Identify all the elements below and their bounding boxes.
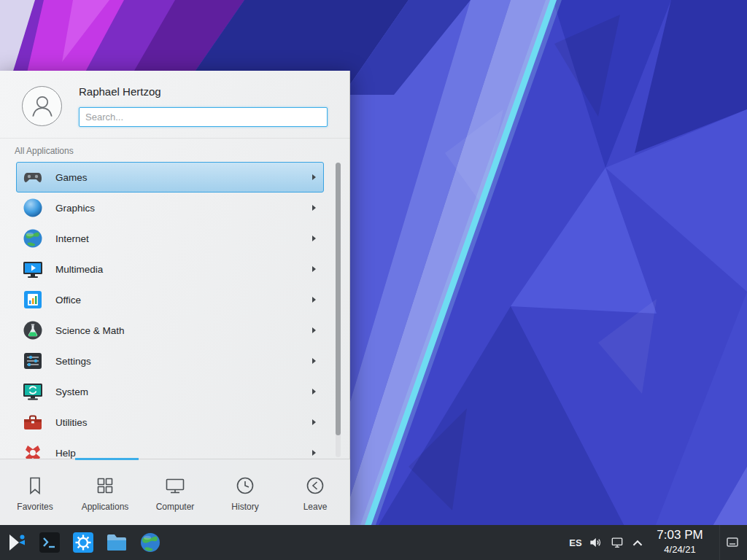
file-manager-button[interactable] (105, 531, 128, 554)
leave-tab-icon (304, 475, 326, 497)
category-row-help[interactable]: Help (16, 438, 324, 459)
tab-history[interactable]: History (210, 459, 280, 525)
category-row-utilities[interactable]: Utilities (16, 407, 324, 438)
favorites-tab-icon (24, 475, 46, 497)
category-row-science-math[interactable]: Science & Math (16, 315, 324, 346)
computer-tab-icon (164, 475, 186, 497)
show-desktop-button[interactable] (719, 525, 744, 560)
category-row-graphics[interactable]: Graphics (16, 192, 324, 223)
settings-icon (21, 349, 44, 373)
games-icon (21, 166, 44, 189)
taskbar-panel: ES 7:03 PM 4/24/21 (0, 525, 747, 560)
terminal-button[interactable] (38, 531, 61, 554)
multimedia-icon (21, 257, 44, 281)
system-settings-button[interactable] (71, 531, 95, 554)
category-row-multimedia[interactable]: Multimedia (16, 254, 324, 284)
submenu-arrow-icon (312, 266, 316, 272)
category-row-office[interactable]: Office (16, 284, 324, 315)
system-icon (21, 380, 44, 403)
keyboard-layout-indicator[interactable]: ES (566, 525, 585, 560)
network-icon (610, 535, 624, 550)
tray-expander-button[interactable] (630, 536, 643, 549)
applications-tab-icon (94, 475, 116, 497)
category-scrollbar-thumb[interactable] (336, 163, 341, 435)
help-icon (21, 441, 44, 459)
submenu-arrow-icon (312, 297, 316, 303)
internet-icon (21, 227, 44, 250)
user-avatar[interactable] (22, 86, 62, 126)
science-icon (21, 319, 44, 342)
file-manager-icon (105, 531, 128, 554)
show-desktop-icon (725, 535, 740, 550)
category-row-system[interactable]: System (16, 376, 324, 407)
user-name: Raphael Hertzog (79, 85, 161, 98)
tab-leave[interactable]: Leave (280, 459, 350, 525)
volume-tray-button[interactable] (588, 535, 603, 550)
history-tab-icon (234, 475, 256, 497)
submenu-arrow-icon (312, 419, 316, 425)
chevron-up-icon (630, 536, 645, 551)
app-launcher-icon (4, 531, 28, 554)
launcher-tab-bar: Favorites Applications Computer History (0, 459, 350, 525)
submenu-arrow-icon (312, 174, 316, 180)
tab-computer[interactable]: Computer (140, 459, 210, 525)
category-row-games[interactable]: Games (16, 162, 324, 192)
desktop: Raphael Hertzog All Applications Games G… (0, 0, 747, 560)
terminal-icon (38, 531, 61, 554)
network-tray-button[interactable] (610, 535, 624, 550)
digital-clock[interactable]: 7:03 PM 4/24/21 (648, 527, 712, 556)
tab-favorites[interactable]: Favorites (0, 459, 70, 525)
submenu-arrow-icon (312, 358, 316, 364)
category-row-settings[interactable]: Settings (16, 346, 324, 376)
graphics-icon (21, 196, 44, 219)
clock-time: 7:03 PM (648, 527, 712, 543)
web-browser-icon (139, 531, 162, 554)
submenu-arrow-icon (312, 389, 316, 394)
system-settings-icon (71, 531, 95, 554)
user-icon (26, 90, 59, 123)
volume-icon (588, 535, 603, 550)
category-scrollbar-track[interactable] (336, 163, 341, 457)
active-tab-indicator (75, 458, 139, 460)
submenu-arrow-icon (312, 236, 316, 241)
submenu-arrow-icon (312, 327, 316, 333)
launcher-header: Raphael Hertzog (0, 71, 350, 139)
submenu-arrow-icon (312, 450, 316, 456)
web-browser-button[interactable] (139, 531, 162, 554)
category-row-internet[interactable]: Internet (16, 223, 324, 254)
application-launcher-menu: Raphael Hertzog All Applications Games G… (0, 71, 350, 525)
section-label: All Applications (15, 146, 74, 156)
utilities-icon (21, 411, 44, 434)
office-icon (21, 288, 44, 311)
submenu-arrow-icon (312, 205, 316, 211)
search-input[interactable] (79, 107, 328, 127)
category-list: Games Graphics Internet (0, 162, 350, 459)
app-launcher-button[interactable] (4, 531, 28, 554)
clock-date: 4/24/21 (648, 543, 712, 556)
tab-applications[interactable]: Applications (70, 459, 140, 525)
